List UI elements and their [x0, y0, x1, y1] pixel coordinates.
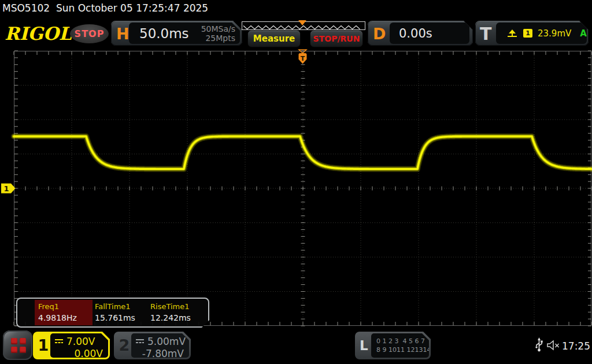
ch1-marker-number: 1: [3, 184, 9, 193]
logic-analyzer-label: L: [360, 338, 368, 353]
measurement-label: FallTime1: [95, 302, 150, 311]
ch1-level-marker[interactable]: 1: [1, 184, 16, 194]
usb-icon: [535, 337, 543, 352]
graticule: [14, 51, 592, 326]
clock: 17:25: [562, 340, 590, 352]
measurement-cell-risetime[interactable]: RiseTime1 12.242ms: [150, 302, 206, 322]
windows-icon: [11, 338, 26, 353]
measurement-value: 12.242ms: [150, 313, 206, 322]
channel1-number: 1: [37, 336, 50, 354]
logic-channels-row1: 0 1 2 3 4 5 6 7: [371, 333, 429, 346]
measurement-label: Freq1: [38, 302, 94, 311]
trigger-marker-letter: T: [301, 55, 305, 62]
dc-coupling-icon: [135, 339, 145, 344]
dc-coupling-icon: [54, 339, 64, 344]
measurement-value: 15.761ms: [95, 313, 150, 322]
channel2-block[interactable]: 2 5.00mV -7.80mV: [114, 332, 191, 359]
measurement-label: RiseTime1: [150, 302, 206, 311]
measurement-cell-freq[interactable]: Freq1 4.9818Hz: [38, 302, 94, 322]
measurement-results-box[interactable]: Freq1 4.9818Hz FallTime1 15.761ms RiseTi…: [16, 298, 209, 328]
logic-channels-row2: 8 9 1011 12131415: [371, 346, 429, 354]
channel2-inner-panel: 5.00mV -7.80mV: [131, 333, 189, 358]
measurement-cell-falltime[interactable]: FallTime1 15.761ms: [95, 302, 150, 322]
channel1-block[interactable]: 1 7.00V 0.00V: [33, 332, 110, 359]
channel2-number: 2: [118, 336, 131, 354]
channel1-offset: 0.00V: [50, 347, 108, 359]
channel2-offset: -7.80mV: [131, 347, 189, 359]
logic-channels-panel: 0 1 2 3 4 5 6 7 8 9 1011 12131415: [371, 333, 429, 358]
channel1-scale: 7.00V: [66, 336, 95, 347]
speaker-muted-icon: [546, 340, 560, 351]
measurement-value: 4.9818Hz: [38, 313, 94, 322]
channel2-scale: 5.00mV: [147, 336, 186, 347]
logic-analyzer-block[interactable]: L 0 1 2 3 4 5 6 7 8 9 1011 12131415: [355, 332, 431, 359]
channel1-inner-panel: 7.00V 0.00V: [50, 333, 108, 358]
oscilloscope-screen: MSO5102 Sun October 05 17:25:47 2025 RIG…: [0, 0, 592, 364]
windows-menu-button[interactable]: [3, 330, 32, 360]
